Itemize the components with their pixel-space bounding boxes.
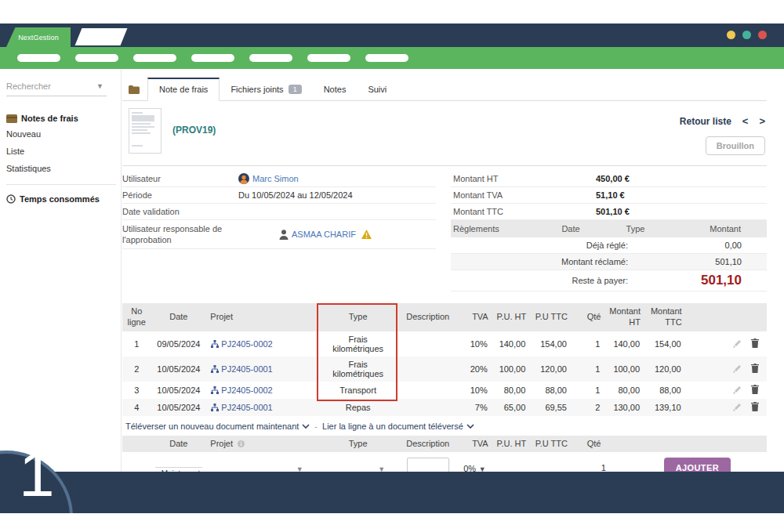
line-qte: 1: [572, 382, 605, 399]
montant-tva-value: 51,10 €: [596, 190, 767, 200]
field-label: Période: [122, 190, 238, 201]
menu-item-redacted[interactable]: [75, 54, 118, 62]
sidebar-section-notes-de-frais[interactable]: Notes de frais: [6, 114, 113, 123]
field-label: Montant TVA: [453, 190, 596, 200]
sidebar-item-statistiques[interactable]: Statistiques: [6, 163, 113, 175]
tab-notes[interactable]: Notes: [313, 79, 358, 100]
link-document-link[interactable]: Lier la ligne à un document téléversé: [322, 422, 474, 431]
sidebar-section-title: Notes de frais: [21, 114, 78, 123]
delete-line-icon[interactable]: [751, 385, 759, 396]
field-label: Montant TTC: [453, 207, 596, 216]
line-number: 3: [122, 382, 151, 399]
line-date: 10/05/2024: [151, 399, 206, 416]
line-number: 4: [122, 399, 151, 416]
status-brouillon-button[interactable]: Brouillon: [706, 136, 765, 155]
menu-item-redacted[interactable]: [17, 54, 60, 62]
annotation-step-number: 1: [19, 447, 55, 506]
line-montant-ht: 100,00: [604, 356, 644, 382]
period-value: Du 10/05/2024 au 12/05/2024: [238, 190, 353, 200]
top-bar: NextGestion: [0, 24, 784, 47]
menu-item-redacted[interactable]: [191, 54, 234, 62]
delete-line-icon[interactable]: [751, 338, 759, 349]
line-tva: 20%: [457, 356, 492, 382]
menu-item-redacted[interactable]: [365, 54, 408, 62]
column-header: Règlements: [453, 224, 543, 233]
user-link[interactable]: Marc Simon: [252, 174, 299, 183]
edit-line-icon[interactable]: [733, 403, 742, 413]
line-type: Frais kilométriques: [318, 331, 398, 356]
line-date: 10/05/2024: [151, 382, 206, 399]
reste-a-payer-value: 501,10: [673, 273, 767, 288]
tab-note-de-frais[interactable]: Note de frais: [147, 78, 220, 101]
brand-name: NextGestion: [18, 34, 59, 42]
document-link-actions: Téléverser un nouveau document maintenan…: [122, 416, 767, 436]
project-link[interactable]: PJ2405-0002: [211, 339, 272, 349]
edit-line-icon[interactable]: [733, 364, 742, 375]
column-header: Qté: [572, 303, 605, 331]
sidebar-section-temps-consommes[interactable]: Temps consommés: [6, 194, 113, 204]
user-icon: [279, 230, 289, 240]
line-qte: 2: [572, 399, 605, 416]
window-dot-red[interactable]: [758, 31, 767, 39]
project-icon: [211, 386, 219, 394]
prev-record-button[interactable]: <: [742, 115, 749, 127]
line-qte: 1: [572, 331, 605, 356]
column-header: Montant: [673, 224, 764, 233]
upload-document-link[interactable]: Téléverser un nouveau document maintenan…: [125, 422, 310, 431]
main-menu-bar: [0, 47, 784, 69]
tab-label: Note de frais: [159, 85, 208, 94]
back-to-list-link[interactable]: Retour liste: [680, 116, 731, 127]
delete-line-icon[interactable]: [751, 364, 759, 375]
receipt-thumbnail[interactable]: [129, 108, 162, 154]
column-header: Projet: [206, 303, 318, 331]
next-record-button[interactable]: >: [759, 115, 765, 127]
table-row: 109/05/2024PJ2405-0002Frais kilométrique…: [122, 331, 767, 356]
table-row: 210/05/2024PJ2405-0001Frais kilométrique…: [122, 356, 767, 382]
chevron-down-icon: [302, 424, 310, 429]
sidebar-item-nouveau[interactable]: Nouveau: [6, 128, 113, 140]
reglements-header: Règlements Date Type Montant: [451, 220, 767, 237]
delete-line-icon[interactable]: [751, 402, 759, 413]
line-montant-ttc: 88,00: [644, 382, 686, 399]
line-montant-ttc: 139,10: [644, 399, 686, 416]
line-montant-ttc: 154,00: [644, 331, 686, 356]
tab-label: Fichiers joints: [230, 85, 283, 94]
sidebar-item-liste[interactable]: Liste: [6, 146, 113, 157]
menu-item-redacted[interactable]: [307, 54, 350, 62]
window-dot-yellow[interactable]: [727, 31, 735, 39]
project-link[interactable]: PJ2405-0001: [211, 403, 272, 412]
line-description: [398, 356, 457, 382]
line-tva: 7%: [457, 399, 492, 416]
approver-link[interactable]: ASMAA CHARIF: [292, 230, 356, 239]
total-row: Montant réclamé: 501,10: [451, 254, 767, 270]
brand-tab[interactable]: NextGestion: [6, 27, 71, 47]
line-description: [398, 399, 457, 416]
tab-suivi[interactable]: Suivi: [357, 79, 397, 100]
tab-fichiers-joints[interactable]: Fichiers joints 1: [220, 79, 312, 100]
folder-icon: [129, 85, 140, 94]
menu-item-redacted[interactable]: [133, 54, 176, 62]
edit-line-icon[interactable]: [733, 385, 742, 396]
column-header: Montant HT: [604, 303, 644, 331]
field-label: Date validation: [122, 206, 238, 217]
column-header: Type: [318, 303, 398, 331]
search-placeholder: Rechercher: [6, 81, 51, 91]
chevron-down-icon: [466, 424, 474, 429]
search-select[interactable]: Rechercher ▼: [6, 80, 107, 96]
window-dot-teal[interactable]: [742, 31, 751, 39]
sidebar-section-title: Temps consommés: [20, 194, 100, 204]
column-header: P.U. HT: [492, 303, 531, 331]
line-tva: 10%: [457, 331, 492, 356]
column-header: Description: [398, 303, 457, 331]
column-header: Date: [543, 224, 598, 233]
info-section: Utilisateur Marc Simon Période Du 10/05/…: [122, 171, 767, 303]
line-qte: 1: [572, 356, 605, 382]
redacted-tab: [75, 28, 128, 45]
project-link[interactable]: PJ2405-0001: [211, 364, 272, 374]
montant-reclame-value: 501,10: [673, 257, 767, 266]
project-link[interactable]: PJ2405-0002: [211, 385, 272, 395]
edit-line-icon[interactable]: [733, 339, 742, 349]
menu-item-redacted[interactable]: [249, 54, 292, 62]
clock-icon: [6, 194, 16, 204]
sidebar-divider: [6, 184, 116, 185]
